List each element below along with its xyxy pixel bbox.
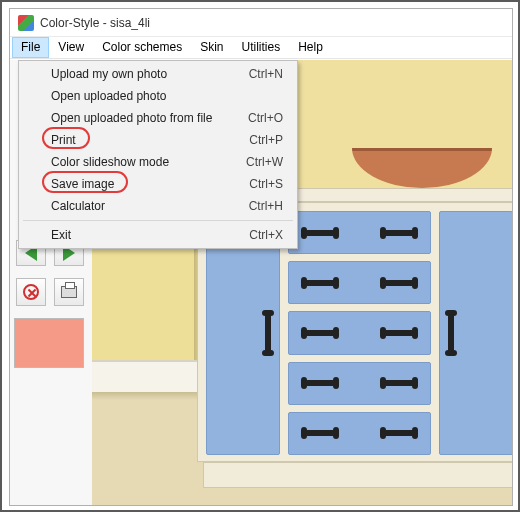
menu-item-label: Calculator bbox=[51, 199, 105, 213]
menu-utilities[interactable]: Utilities bbox=[233, 37, 290, 58]
menu-item-label: Exit bbox=[51, 228, 71, 242]
menu-item-exit[interactable]: ExitCtrl+X bbox=[21, 224, 295, 246]
menu-item-shortcut: Ctrl+N bbox=[249, 67, 295, 81]
menu-item-shortcut: Ctrl+X bbox=[249, 228, 295, 242]
printer-icon bbox=[61, 286, 77, 298]
cancel-icon bbox=[23, 284, 39, 300]
menu-item-label: Open uploaded photo bbox=[51, 89, 166, 103]
menu-item-label: Save image bbox=[51, 177, 114, 191]
baseboard bbox=[92, 360, 207, 396]
menu-item-label: Upload my own photo bbox=[51, 67, 167, 81]
menu-help[interactable]: Help bbox=[289, 37, 332, 58]
drawer bbox=[288, 362, 431, 405]
menu-item-save-image[interactable]: Save imageCtrl+S bbox=[21, 173, 295, 195]
menu-item-label: Color slideshow mode bbox=[51, 155, 169, 169]
menu-file[interactable]: File bbox=[12, 37, 49, 58]
menu-skin[interactable]: Skin bbox=[191, 37, 232, 58]
menu-view[interactable]: View bbox=[49, 37, 93, 58]
menu-item-shortcut: Ctrl+W bbox=[246, 155, 295, 169]
menu-item-label: Print bbox=[51, 133, 76, 147]
drawer bbox=[288, 311, 431, 354]
app-icon bbox=[18, 15, 34, 31]
app-frame: Color-Style - sisa_4li FileViewColor sch… bbox=[0, 0, 520, 512]
menu-separator bbox=[23, 220, 293, 221]
menu-item-color-slideshow-mode[interactable]: Color slideshow modeCtrl+W bbox=[21, 151, 295, 173]
menu-item-open-uploaded-photo[interactable]: Open uploaded photo bbox=[21, 85, 295, 107]
menu-item-upload-my-own-photo[interactable]: Upload my own photoCtrl+N bbox=[21, 63, 295, 85]
cabinet-door-right bbox=[439, 211, 512, 455]
menu-item-shortcut: Ctrl+S bbox=[249, 177, 295, 191]
file-menu-dropdown: Upload my own photoCtrl+NOpen uploaded p… bbox=[18, 60, 298, 249]
app-window: Color-Style - sisa_4li FileViewColor sch… bbox=[9, 8, 513, 506]
menu-item-calculator[interactable]: CalculatorCtrl+H bbox=[21, 195, 295, 217]
print-button[interactable] bbox=[54, 278, 84, 306]
cancel-button[interactable] bbox=[16, 278, 46, 306]
drawer bbox=[288, 412, 431, 455]
titlebar: Color-Style - sisa_4li bbox=[10, 9, 512, 37]
menubar: FileViewColor schemesSkinUtilitiesHelp bbox=[10, 37, 512, 59]
menu-item-open-uploaded-photo-from-file[interactable]: Open uploaded photo from fileCtrl+O bbox=[21, 107, 295, 129]
color-swatch[interactable] bbox=[14, 318, 84, 368]
menu-item-shortcut: Ctrl+O bbox=[248, 111, 295, 125]
drawer bbox=[288, 211, 431, 254]
menu-color-schemes[interactable]: Color schemes bbox=[93, 37, 191, 58]
window-title: Color-Style - sisa_4li bbox=[40, 16, 150, 30]
drawer bbox=[288, 261, 431, 304]
drawer-column bbox=[288, 211, 431, 455]
menu-item-shortcut: Ctrl+H bbox=[249, 199, 295, 213]
menu-item-shortcut: Ctrl+P bbox=[249, 133, 295, 147]
menu-item-print[interactable]: PrintCtrl+P bbox=[21, 129, 295, 151]
menu-item-label: Open uploaded photo from file bbox=[51, 111, 212, 125]
